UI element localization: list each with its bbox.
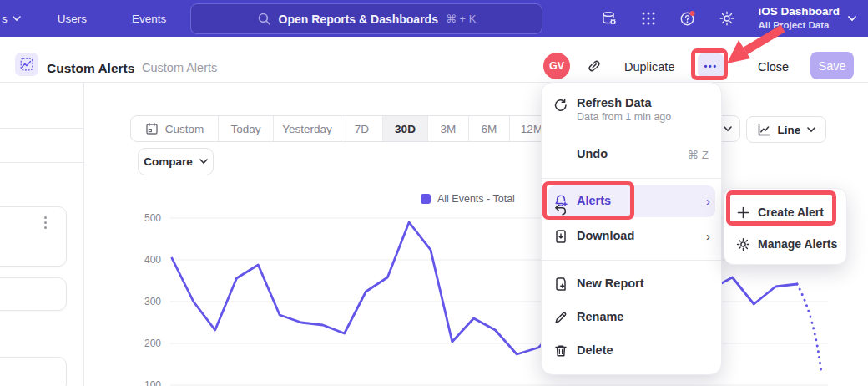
project-switcher[interactable]: iOS Dashboard All Project Data	[758, 5, 856, 31]
left-panel-row-divider	[0, 128, 83, 129]
menu-item-alerts[interactable]: Alerts ›	[542, 185, 721, 217]
plus-icon	[736, 206, 750, 220]
line-chart-icon	[757, 123, 771, 137]
keyboard-shortcut: ⌘ Z	[688, 148, 709, 161]
date-range-6m[interactable]: 6M	[469, 116, 510, 141]
duplicate-button[interactable]: Duplicate	[624, 60, 674, 74]
nav-item-events[interactable]: Events	[120, 13, 178, 25]
menu-item-sublabel: Data from 1 min ago	[577, 111, 671, 123]
close-button[interactable]: Close	[758, 60, 789, 74]
page-title: Custom Alerts	[47, 61, 134, 76]
new-report-icon	[553, 277, 568, 292]
legend-swatch	[421, 194, 431, 204]
nav-item-truncated[interactable]: s	[0, 13, 21, 25]
left-panel-card[interactable]	[0, 206, 67, 267]
data-management-icon[interactable]	[601, 10, 618, 27]
breadcrumb: Custom Alerts	[142, 61, 217, 74]
date-range-30d[interactable]: 30D	[383, 116, 428, 141]
divider	[734, 54, 734, 78]
manage-gear-icon	[736, 237, 750, 251]
search-shortcut: ⌘ + K	[446, 13, 477, 25]
menu-divider	[542, 260, 721, 261]
left-panel-row-divider	[0, 162, 83, 163]
alerts-bell-icon	[553, 194, 568, 209]
apps-grid-icon[interactable]	[640, 10, 657, 27]
svg-text:300: 300	[144, 296, 161, 307]
nav-item-users[interactable]: Users	[46, 13, 98, 25]
save-button[interactable]: Save	[810, 52, 854, 79]
compare-button[interactable]: Compare	[138, 148, 214, 175]
project-scope: All Project Data	[758, 19, 840, 31]
context-menu: Refresh Data Data from 1 min ago Undo ⌘ …	[541, 82, 722, 375]
svg-text:100: 100	[144, 379, 161, 386]
delete-trash-icon	[553, 343, 568, 358]
more-options-button[interactable]: •••	[698, 53, 724, 78]
help-icon[interactable]	[679, 10, 696, 27]
notification-dot	[690, 11, 695, 16]
menu-divider	[542, 178, 721, 179]
svg-text:500: 500	[144, 212, 161, 224]
alerts-submenu: Create Alert Manage Alerts	[724, 188, 847, 265]
left-panel-card[interactable]	[0, 277, 67, 311]
search-icon	[257, 12, 271, 26]
chevron-down-icon	[807, 127, 815, 133]
svg-text:200: 200	[144, 338, 161, 349]
date-range-control: Custom Today Yesterday 7D 30D 3M 6M 12M	[130, 115, 554, 142]
menu-item-new-report[interactable]: New Report	[542, 267, 721, 301]
chevron-down-icon	[199, 159, 208, 165]
date-range-yesterday[interactable]: Yesterday	[274, 116, 341, 141]
calendar-icon	[145, 122, 159, 135]
kebab-menu-icon[interactable]	[44, 216, 47, 229]
submenu-arrow-icon: ›	[706, 195, 710, 207]
left-panel-divider	[83, 82, 84, 386]
rename-pencil-icon	[553, 310, 568, 325]
chevron-down-icon	[848, 16, 856, 22]
menu-item-undo[interactable]: Undo ⌘ Z	[542, 138, 721, 171]
search-input[interactable]: Open Reports & Dashboards ⌘ + K	[190, 3, 542, 34]
copy-link-icon[interactable]	[587, 58, 602, 74]
chevron-down-icon	[724, 126, 732, 132]
submenu-item-create-alert[interactable]: Create Alert	[724, 197, 846, 227]
submenu-item-manage-alerts[interactable]: Manage Alerts	[724, 229, 846, 259]
date-range-today[interactable]: Today	[219, 116, 274, 141]
legend-label: All Events - Total	[437, 193, 515, 205]
chart-type-button[interactable]: Line	[746, 116, 826, 143]
date-range-custom[interactable]: Custom	[131, 116, 219, 141]
menu-item-refresh-data[interactable]: Refresh Data Data from 1 min ago	[542, 89, 721, 133]
top-navbar: s Users Events Open Reports & Dashboards…	[0, 0, 868, 37]
project-name: iOS Dashboard	[758, 5, 840, 19]
date-range-7d[interactable]: 7D	[341, 116, 383, 141]
submenu-arrow-icon: ›	[706, 230, 710, 242]
report-icon	[15, 53, 38, 76]
report-header: Custom Alerts Custom Alerts GV Duplicate…	[0, 37, 868, 83]
chart-legend: All Events - Total	[421, 193, 515, 205]
avatar[interactable]: GV	[543, 53, 570, 79]
date-range-3m[interactable]: 3M	[428, 116, 469, 141]
menu-item-delete[interactable]: Delete	[542, 334, 721, 368]
svg-text:400: 400	[144, 254, 161, 266]
search-placeholder: Open Reports & Dashboards	[279, 13, 438, 26]
chevron-down-icon	[13, 16, 21, 22]
download-icon	[553, 229, 568, 244]
menu-item-rename[interactable]: Rename	[542, 301, 721, 334]
menu-item-download[interactable]: Download ›	[542, 220, 721, 253]
settings-gear-icon[interactable]	[719, 10, 735, 27]
app-window: 500400300200100 All Events - Total s Use…	[0, 0, 868, 386]
refresh-icon	[553, 98, 568, 113]
left-panel-card[interactable]	[0, 357, 67, 386]
